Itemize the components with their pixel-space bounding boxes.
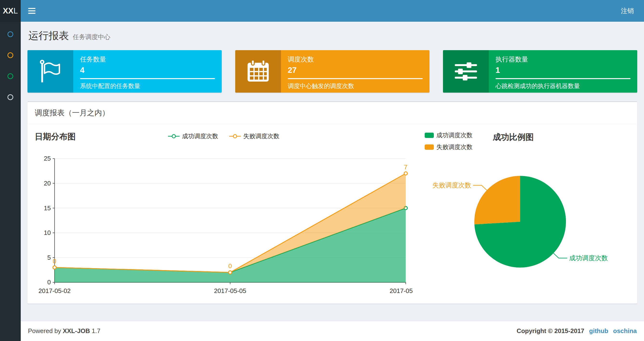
info-box-content: 执行器数量 1 心跳检测成功的执行器机器数量: [489, 50, 637, 93]
line-chart-legend: 成功调度次数 失败调度次数: [35, 132, 412, 140]
app-shell: 运行报表 任务调度中心 任务数量: [0, 22, 644, 341]
legend-label: 失败调度次数: [436, 143, 472, 151]
legend-swatch: [425, 144, 434, 150]
svg-text:0: 0: [47, 278, 51, 286]
svg-text:20: 20: [44, 180, 51, 187]
app-logo-text-bold: XX: [3, 6, 14, 16]
sidebar-toggle-button[interactable]: [21, 0, 43, 22]
legend-item-success[interactable]: 成功调度次数: [425, 131, 472, 139]
app-window: XXL 注销: [0, 0, 644, 341]
panel-body: 日期分布图 成功调度次数: [28, 124, 637, 304]
legend-item-fail[interactable]: 失败调度次数: [425, 143, 472, 151]
sidebar-item-report[interactable]: [0, 31, 21, 38]
panel-title: 调度报表（一月之内）: [28, 102, 637, 124]
info-box-icon-area: [28, 50, 73, 93]
svg-text:10: 10: [44, 229, 51, 236]
svg-text:7: 7: [404, 164, 408, 171]
info-box-icon-area: [443, 50, 489, 93]
progress-bar: [288, 78, 423, 79]
circle-outline-icon: [8, 31, 13, 37]
product-name: XXL-JOB: [63, 327, 90, 334]
page-header: 运行报表 任务调度中心: [28, 28, 637, 43]
calendar-icon: [246, 59, 271, 84]
info-box-value: 1: [496, 66, 630, 75]
info-box-description: 心跳检测成功的执行器机器数量: [496, 82, 630, 90]
pie-chart-header: 成功调度次数 失败调度次数 成功比例图: [425, 131, 630, 158]
legend-label: 成功调度次数: [436, 131, 472, 139]
footer-powered-by: Powered by XXL-JOB 1.7: [28, 327, 100, 335]
info-box-row: 任务数量 4 系统中配置的任务数量: [28, 50, 637, 93]
schedule-report-panel: 调度报表（一月之内） 日期分布图: [28, 101, 637, 304]
content: 运行报表 任务调度中心 任务数量: [21, 22, 644, 321]
legend-label: 成功调度次数: [182, 132, 218, 140]
info-box-trigger-count: 调度次数 27 调度中心触发的调度次数: [235, 50, 430, 93]
svg-text:0: 0: [228, 262, 232, 270]
info-box-title: 执行器数量: [496, 55, 630, 64]
info-box-content: 任务数量 4 系统中配置的任务数量: [73, 50, 222, 93]
svg-text:2017-05-08: 2017-05-08: [390, 287, 413, 294]
line-series-marker-icon: [168, 134, 180, 139]
app-logo[interactable]: XXL: [0, 0, 21, 22]
product-version: 1.7: [92, 327, 100, 334]
info-box-value: 27: [288, 66, 423, 75]
legend-label: 失败调度次数: [243, 132, 279, 140]
svg-text:失败调度次数: 失败调度次数: [433, 182, 472, 189]
legend-item-fail[interactable]: 失败调度次数: [229, 132, 279, 140]
github-link[interactable]: github: [589, 327, 608, 335]
info-box-job-count: 任务数量 4 系统中配置的任务数量: [28, 50, 222, 93]
footer-right: Copyright © 2015-2017 github oschina: [517, 327, 637, 335]
info-box-title: 任务数量: [80, 55, 215, 64]
date-distribution-chart: 05101520252017-05-022017-05-052017-05-08…: [35, 148, 412, 300]
footer: Powered by XXL-JOB 1.7 Copyright © 2015-…: [21, 321, 644, 341]
success-ratio-section: 成功调度次数 失败调度次数 成功比例图 成功调度次数失败调度次数: [425, 131, 630, 300]
svg-text:5: 5: [47, 254, 51, 261]
pie-chart-legend: 成功调度次数 失败调度次数: [425, 131, 472, 151]
circle-outline-icon: [8, 73, 13, 79]
svg-text:2017-05-02: 2017-05-02: [38, 287, 70, 294]
svg-text:2017-05-05: 2017-05-05: [214, 287, 246, 294]
svg-text:15: 15: [44, 204, 51, 212]
progress-bar: [80, 78, 215, 79]
sidebar: [0, 22, 21, 341]
legend-swatch: [425, 133, 434, 138]
info-box-value: 4: [80, 66, 215, 75]
svg-text:成功调度次数: 成功调度次数: [569, 254, 608, 262]
sidebar-item-logs[interactable]: [0, 73, 21, 80]
logout-link[interactable]: 注销: [611, 0, 644, 22]
circle-outline-icon: [8, 94, 13, 100]
page-subtitle: 任务调度中心: [73, 33, 110, 41]
date-distribution-section: 日期分布图 成功调度次数: [35, 131, 412, 300]
pie-chart-title: 成功比例图: [493, 132, 534, 143]
main-area: 运行报表 任务调度中心 任务数量: [21, 22, 644, 341]
app-logo-text-light: L: [14, 6, 18, 16]
info-box-description: 系统中配置的任务数量: [80, 82, 215, 90]
info-box-executor-count: 执行器数量 1 心跳检测成功的执行器机器数量: [443, 50, 637, 93]
circle-outline-icon: [8, 52, 13, 58]
page-title: 运行报表: [28, 29, 69, 43]
info-box-content: 调度次数 27 调度中心触发的调度次数: [281, 50, 430, 93]
sidebar-item-jobs[interactable]: [0, 52, 21, 59]
powered-prefix: Powered by: [28, 327, 61, 334]
success-ratio-pie-chart: 成功调度次数失败调度次数: [425, 158, 630, 291]
sidebar-item-executors[interactable]: [0, 94, 21, 101]
legend-item-success[interactable]: 成功调度次数: [168, 132, 218, 140]
top-navbar: XXL 注销: [0, 0, 644, 22]
oschina-link[interactable]: oschina: [613, 327, 637, 335]
info-box-icon-area: [235, 50, 281, 93]
info-box-title: 调度次数: [288, 55, 423, 64]
sliders-icon: [453, 59, 478, 84]
copyright-text: Copyright © 2015-2017: [517, 327, 584, 335]
info-box-description: 调度中心触发的调度次数: [288, 82, 423, 90]
line-chart-header: 日期分布图 成功调度次数: [35, 131, 412, 148]
svg-text:25: 25: [44, 155, 51, 162]
hamburger-icon: [28, 8, 36, 14]
flag-icon: [38, 59, 63, 84]
svg-text:0: 0: [53, 257, 56, 265]
line-series-marker-icon: [229, 134, 241, 139]
progress-bar: [496, 78, 630, 79]
navbar: 注销: [21, 0, 644, 22]
